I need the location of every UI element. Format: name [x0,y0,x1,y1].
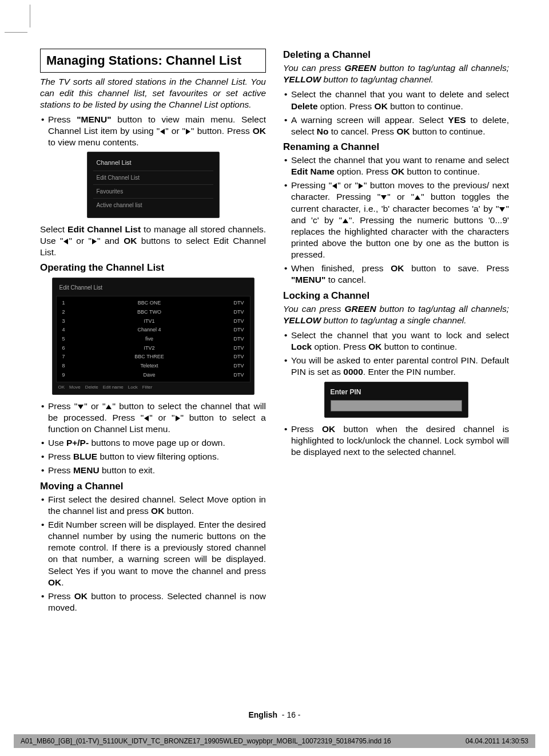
bullet-list: Select the channel that you want to lock… [283,330,509,378]
table-row: 7BBC THREEDTV [60,353,246,362]
indesign-footer-bar: A01_MB60_[GB]_(01-TV)_5110UK_IDTV_TC_BRO… [14,734,535,748]
bullet-item: Edit Number screen will be displayed. En… [40,519,266,588]
right-arrow-icon [359,183,363,189]
table-row: 1BBC ONEDTV [60,299,246,308]
bullet-list: Press "MENU" button to view main menu. S… [40,114,266,148]
menu-item: Active channel list [93,198,213,212]
left-arrow-icon [160,129,165,134]
bullet-item: Use P+/P- buttons to move page up or dow… [40,437,266,449]
right-arrow-icon [176,415,180,421]
page: { "title": "Managing Stations: Channel L… [0,0,549,756]
content-columns: Managing Stations: Channel List The TV s… [40,49,509,699]
table-row: 6ITV2DTV [60,344,246,353]
bullet-item: Select the channel that you want to lock… [283,330,509,353]
table-row: 2BBC TWODTV [60,308,246,317]
bullet-item: Select the channel that you want to rena… [283,155,509,177]
table-row: 4Channel 4DTV [60,326,246,335]
page-footer: English - 16 - [0,710,549,719]
body-text: Select Edit Channel List to manage all s… [40,224,266,258]
menu-title: Channel List [93,157,213,170]
down-arrow-icon [499,207,505,212]
subheading: Moving a Channel [40,480,266,493]
footer-page-number: - 16 - [282,710,301,719]
left-arrow-icon [144,415,149,421]
pin-label: Enter PIN [331,388,462,401]
menu-item: Edit Channel List [93,171,213,184]
enter-pin-screenshot: Enter PIN [324,382,468,418]
indd-filename: A01_MB60_[GB]_(01-TV)_5110UK_IDTV_TC_BRO… [21,737,391,745]
right-arrow-icon [92,239,97,244]
crop-mark-vertical [30,5,30,27]
intro-text: The TV sorts all stored stations in the … [40,76,266,110]
bullet-item: When finished, press OK button to save. … [283,263,509,286]
screenshot-footer: OK Move Delete Edit name Lock Filter [56,382,250,390]
bullet-item: Select the channel that you want to dele… [283,89,509,112]
table-row: 9DaveDTV [60,371,246,380]
bullet-item: Press "MENU" button to view main menu. S… [40,114,266,148]
bullet-list: Press "" or "" button to select the chan… [40,401,266,477]
footer-language: English [248,710,277,719]
left-column: Managing Stations: Channel List The TV s… [40,49,266,699]
crop-mark-horizontal [5,32,27,33]
right-column: Deleting a Channel You can press GREEN b… [283,49,509,699]
bullet-item: You will be asked to enter parental cont… [283,355,509,378]
table-row: 8TeletextDTV [60,362,246,371]
menu-item: Favourites [93,184,213,198]
table-row: 5fiveDTV [60,335,246,344]
bullet-item: First select the desired channel. Select… [40,494,266,517]
section-title: Managing Stations: Channel List [46,53,260,69]
bullet-item: Press OK button to process. Selected cha… [40,591,266,613]
screenshot-header: Edit Channel List [56,282,250,294]
subheading: Operating the Channel List [40,262,266,274]
bullet-list: First select the desired channel. Select… [40,494,266,613]
screenshot-body: 1BBC ONEDTV 2BBC TWODTV 3ITV1DTV 4Channe… [56,296,250,382]
left-arrow-icon [63,239,68,244]
intro-text: You can press GREEN button to tag/untag … [283,303,509,326]
bullet-list: Press OK button when the desired channel… [283,423,509,458]
table-row: 3ITV1DTV [60,317,246,326]
subheading: Renaming a Channel [283,141,509,153]
up-arrow-icon [343,219,348,223]
subheading: Locking a Channel [283,290,509,302]
bullet-item: Press "" or "" button to select the chan… [40,401,266,435]
bullet-item: Press OK button when the desired channel… [283,423,509,458]
subheading: Deleting a Channel [283,49,509,61]
channel-list-menu-screenshot: Channel List Edit Channel List Favourite… [87,152,220,217]
right-arrow-icon [186,129,190,134]
bullet-list: Select the channel that you want to rena… [283,155,509,286]
bullet-item: Pressing "" or "" button moves to the pr… [283,180,509,260]
bullet-item: A warning screen will appear. Select YES… [283,114,509,137]
bullet-item: Press MENU button to exit. [40,465,266,476]
left-arrow-icon [332,183,337,189]
up-arrow-icon [106,405,112,409]
edit-channel-list-screenshot: Edit Channel List 1BBC ONEDTV 2BBC TWODT… [52,278,254,395]
intro-text: You can press GREEN button to tag/untag … [283,62,509,85]
pin-input-bar [331,400,462,411]
down-arrow-icon [381,195,387,200]
bullet-item: Press BLUE button to view filtering opti… [40,451,266,462]
indd-timestamp: 04.04.2011 14:30:53 [466,737,528,745]
down-arrow-icon [78,405,83,409]
bullet-list: Select the channel that you want to dele… [283,89,509,137]
up-arrow-icon [415,195,420,200]
section-title-box: Managing Stations: Channel List [40,49,266,73]
